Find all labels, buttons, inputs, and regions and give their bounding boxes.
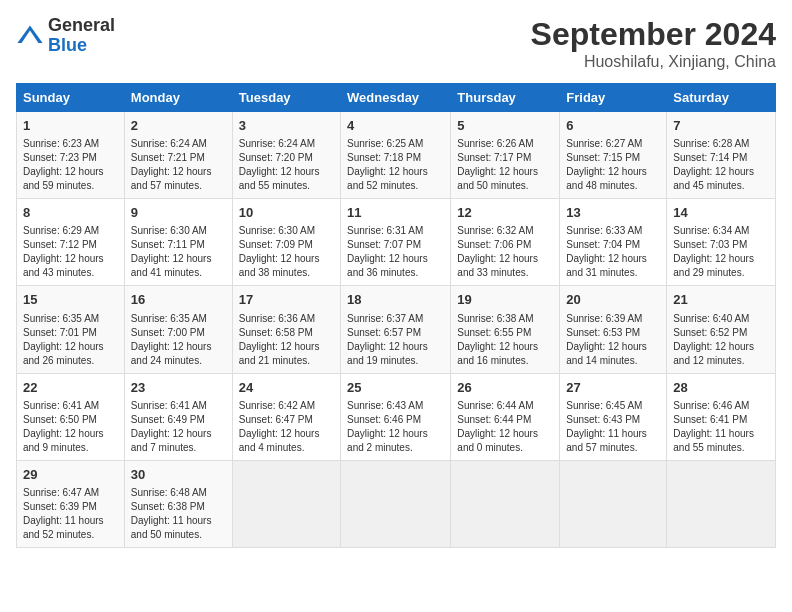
- calendar-cell: [560, 460, 667, 547]
- calendar-cell: 14Sunrise: 6:34 AM Sunset: 7:03 PM Dayli…: [667, 199, 776, 286]
- day-number: 30: [131, 466, 226, 484]
- day-info: Sunrise: 6:43 AM Sunset: 6:46 PM Dayligh…: [347, 399, 444, 455]
- day-number: 18: [347, 291, 444, 309]
- day-number: 6: [566, 117, 660, 135]
- day-info: Sunrise: 6:24 AM Sunset: 7:21 PM Dayligh…: [131, 137, 226, 193]
- month-title: September 2024: [531, 16, 776, 53]
- calendar-cell: 9Sunrise: 6:30 AM Sunset: 7:11 PM Daylig…: [124, 199, 232, 286]
- day-number: 17: [239, 291, 334, 309]
- logo-blue-text: Blue: [48, 35, 87, 55]
- calendar-cell: 27Sunrise: 6:45 AM Sunset: 6:43 PM Dayli…: [560, 373, 667, 460]
- location-text: Huoshilafu, Xinjiang, China: [531, 53, 776, 71]
- day-number: 11: [347, 204, 444, 222]
- header-day-saturday: Saturday: [667, 84, 776, 112]
- day-number: 27: [566, 379, 660, 397]
- calendar-cell: 30Sunrise: 6:48 AM Sunset: 6:38 PM Dayli…: [124, 460, 232, 547]
- day-number: 21: [673, 291, 769, 309]
- day-info: Sunrise: 6:32 AM Sunset: 7:06 PM Dayligh…: [457, 224, 553, 280]
- calendar-cell: 11Sunrise: 6:31 AM Sunset: 7:07 PM Dayli…: [341, 199, 451, 286]
- calendar-header-row: SundayMondayTuesdayWednesdayThursdayFrid…: [17, 84, 776, 112]
- day-info: Sunrise: 6:38 AM Sunset: 6:55 PM Dayligh…: [457, 312, 553, 368]
- header-day-friday: Friday: [560, 84, 667, 112]
- day-info: Sunrise: 6:31 AM Sunset: 7:07 PM Dayligh…: [347, 224, 444, 280]
- calendar-table: SundayMondayTuesdayWednesdayThursdayFrid…: [16, 83, 776, 548]
- calendar-cell: 18Sunrise: 6:37 AM Sunset: 6:57 PM Dayli…: [341, 286, 451, 373]
- day-number: 5: [457, 117, 553, 135]
- calendar-cell: [451, 460, 560, 547]
- day-number: 8: [23, 204, 118, 222]
- day-info: Sunrise: 6:37 AM Sunset: 6:57 PM Dayligh…: [347, 312, 444, 368]
- day-number: 13: [566, 204, 660, 222]
- day-number: 2: [131, 117, 226, 135]
- calendar-cell: 16Sunrise: 6:35 AM Sunset: 7:00 PM Dayli…: [124, 286, 232, 373]
- day-number: 29: [23, 466, 118, 484]
- title-block: September 2024 Huoshilafu, Xinjiang, Chi…: [531, 16, 776, 71]
- day-info: Sunrise: 6:33 AM Sunset: 7:04 PM Dayligh…: [566, 224, 660, 280]
- calendar-cell: 5Sunrise: 6:26 AM Sunset: 7:17 PM Daylig…: [451, 112, 560, 199]
- day-info: Sunrise: 6:41 AM Sunset: 6:49 PM Dayligh…: [131, 399, 226, 455]
- calendar-cell: 23Sunrise: 6:41 AM Sunset: 6:49 PM Dayli…: [124, 373, 232, 460]
- calendar-cell: 2Sunrise: 6:24 AM Sunset: 7:21 PM Daylig…: [124, 112, 232, 199]
- calendar-cell: [667, 460, 776, 547]
- day-info: Sunrise: 6:25 AM Sunset: 7:18 PM Dayligh…: [347, 137, 444, 193]
- day-number: 15: [23, 291, 118, 309]
- calendar-cell: 7Sunrise: 6:28 AM Sunset: 7:14 PM Daylig…: [667, 112, 776, 199]
- day-info: Sunrise: 6:42 AM Sunset: 6:47 PM Dayligh…: [239, 399, 334, 455]
- calendar-week-row: 8Sunrise: 6:29 AM Sunset: 7:12 PM Daylig…: [17, 199, 776, 286]
- logo-icon: [16, 22, 44, 50]
- day-info: Sunrise: 6:30 AM Sunset: 7:11 PM Dayligh…: [131, 224, 226, 280]
- calendar-cell: 25Sunrise: 6:43 AM Sunset: 6:46 PM Dayli…: [341, 373, 451, 460]
- day-number: 26: [457, 379, 553, 397]
- calendar-cell: 19Sunrise: 6:38 AM Sunset: 6:55 PM Dayli…: [451, 286, 560, 373]
- day-number: 3: [239, 117, 334, 135]
- day-info: Sunrise: 6:41 AM Sunset: 6:50 PM Dayligh…: [23, 399, 118, 455]
- calendar-week-row: 29Sunrise: 6:47 AM Sunset: 6:39 PM Dayli…: [17, 460, 776, 547]
- day-info: Sunrise: 6:36 AM Sunset: 6:58 PM Dayligh…: [239, 312, 334, 368]
- page-header: General Blue September 2024 Huoshilafu, …: [16, 16, 776, 71]
- day-number: 12: [457, 204, 553, 222]
- day-number: 19: [457, 291, 553, 309]
- calendar-cell: 28Sunrise: 6:46 AM Sunset: 6:41 PM Dayli…: [667, 373, 776, 460]
- day-number: 22: [23, 379, 118, 397]
- logo-general-text: General: [48, 15, 115, 35]
- calendar-cell: 26Sunrise: 6:44 AM Sunset: 6:44 PM Dayli…: [451, 373, 560, 460]
- calendar-week-row: 1Sunrise: 6:23 AM Sunset: 7:23 PM Daylig…: [17, 112, 776, 199]
- day-info: Sunrise: 6:24 AM Sunset: 7:20 PM Dayligh…: [239, 137, 334, 193]
- calendar-cell: [232, 460, 340, 547]
- calendar-cell: 4Sunrise: 6:25 AM Sunset: 7:18 PM Daylig…: [341, 112, 451, 199]
- header-day-wednesday: Wednesday: [341, 84, 451, 112]
- calendar-cell: 21Sunrise: 6:40 AM Sunset: 6:52 PM Dayli…: [667, 286, 776, 373]
- calendar-week-row: 22Sunrise: 6:41 AM Sunset: 6:50 PM Dayli…: [17, 373, 776, 460]
- day-info: Sunrise: 6:29 AM Sunset: 7:12 PM Dayligh…: [23, 224, 118, 280]
- calendar-week-row: 15Sunrise: 6:35 AM Sunset: 7:01 PM Dayli…: [17, 286, 776, 373]
- day-info: Sunrise: 6:47 AM Sunset: 6:39 PM Dayligh…: [23, 486, 118, 542]
- calendar-cell: 15Sunrise: 6:35 AM Sunset: 7:01 PM Dayli…: [17, 286, 125, 373]
- day-number: 20: [566, 291, 660, 309]
- day-number: 4: [347, 117, 444, 135]
- day-number: 10: [239, 204, 334, 222]
- day-info: Sunrise: 6:26 AM Sunset: 7:17 PM Dayligh…: [457, 137, 553, 193]
- day-info: Sunrise: 6:40 AM Sunset: 6:52 PM Dayligh…: [673, 312, 769, 368]
- day-info: Sunrise: 6:35 AM Sunset: 7:01 PM Dayligh…: [23, 312, 118, 368]
- day-info: Sunrise: 6:48 AM Sunset: 6:38 PM Dayligh…: [131, 486, 226, 542]
- day-info: Sunrise: 6:39 AM Sunset: 6:53 PM Dayligh…: [566, 312, 660, 368]
- header-day-tuesday: Tuesday: [232, 84, 340, 112]
- calendar-cell: 1Sunrise: 6:23 AM Sunset: 7:23 PM Daylig…: [17, 112, 125, 199]
- day-number: 9: [131, 204, 226, 222]
- calendar-cell: 29Sunrise: 6:47 AM Sunset: 6:39 PM Dayli…: [17, 460, 125, 547]
- header-day-monday: Monday: [124, 84, 232, 112]
- header-day-thursday: Thursday: [451, 84, 560, 112]
- day-info: Sunrise: 6:27 AM Sunset: 7:15 PM Dayligh…: [566, 137, 660, 193]
- calendar-cell: 3Sunrise: 6:24 AM Sunset: 7:20 PM Daylig…: [232, 112, 340, 199]
- calendar-cell: 17Sunrise: 6:36 AM Sunset: 6:58 PM Dayli…: [232, 286, 340, 373]
- day-info: Sunrise: 6:35 AM Sunset: 7:00 PM Dayligh…: [131, 312, 226, 368]
- header-day-sunday: Sunday: [17, 84, 125, 112]
- day-number: 1: [23, 117, 118, 135]
- day-info: Sunrise: 6:46 AM Sunset: 6:41 PM Dayligh…: [673, 399, 769, 455]
- day-number: 23: [131, 379, 226, 397]
- day-info: Sunrise: 6:45 AM Sunset: 6:43 PM Dayligh…: [566, 399, 660, 455]
- day-info: Sunrise: 6:23 AM Sunset: 7:23 PM Dayligh…: [23, 137, 118, 193]
- day-number: 16: [131, 291, 226, 309]
- logo: General Blue: [16, 16, 115, 56]
- calendar-cell: 8Sunrise: 6:29 AM Sunset: 7:12 PM Daylig…: [17, 199, 125, 286]
